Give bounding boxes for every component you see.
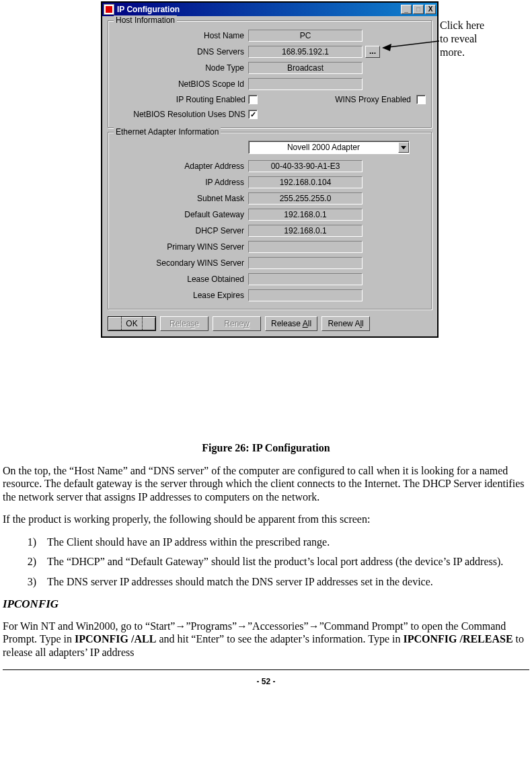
numbered-list: The Client should have an IP address wit… xyxy=(3,536,529,589)
chevron-down-icon[interactable] xyxy=(398,142,409,153)
minimize-button[interactable]: _ xyxy=(401,5,412,14)
netbios-scope-field xyxy=(248,78,363,90)
wins-proxy-label: WINS Proxy Enabled xyxy=(258,95,414,104)
renew-all-button[interactable]: Renew All xyxy=(321,316,370,331)
wins-proxy-checkbox[interactable] xyxy=(416,95,426,104)
paragraph-1: On the top, the “Host Name” and “DNS ser… xyxy=(3,464,529,504)
callout-line3: more. xyxy=(440,46,484,59)
dns-servers-field: 168.95.192.1 xyxy=(248,46,363,58)
ok-button[interactable]: OK xyxy=(108,316,156,331)
list-item: The “DHCP” and “Default Gateway” should … xyxy=(44,555,529,569)
ip-address-field: 192.168.0.104 xyxy=(248,176,363,188)
adapter-select[interactable]: Novell 2000 Adapter xyxy=(248,141,410,154)
dns-servers-label: DNS Servers xyxy=(114,47,248,57)
dns-more-button[interactable]: ... xyxy=(365,46,380,58)
host-info-legend: Host Information xyxy=(114,15,177,25)
netbios-dns-checkbox[interactable]: ✓ xyxy=(248,110,258,119)
screenshot-figure: IP Configuration _ □ X Host Information … xyxy=(0,0,532,1)
callout-text: Click here to reveal more. xyxy=(440,19,484,59)
paragraph-3: For Win NT and Win2000, go to “Start”→”P… xyxy=(3,620,529,659)
netbios-scope-label: NetBIOS Scope Id xyxy=(114,79,248,89)
primary-wins-field xyxy=(248,241,363,253)
ipconfig-heading: IPCONFIG xyxy=(3,597,529,612)
page-number: - 52 - xyxy=(3,677,529,694)
renew-button[interactable]: Renew xyxy=(213,316,261,331)
adapter-address-label: Adapter Address xyxy=(114,161,248,171)
callout-line2: to reveal xyxy=(440,32,484,46)
close-button[interactable]: X xyxy=(425,5,436,14)
node-type-field: Broadcast xyxy=(248,62,363,74)
button-bar: OK Release Renew Release All Renew All xyxy=(108,314,432,331)
ip-config-window: IP Configuration _ □ X Host Information … xyxy=(101,1,439,338)
divider xyxy=(3,669,529,670)
default-gateway-label: Default Gateway xyxy=(114,210,248,219)
paragraph-2: If the product is working properly, the … xyxy=(3,513,529,526)
lease-expires-label: Lease Expires xyxy=(114,291,248,300)
subnet-mask-field: 255.255.255.0 xyxy=(248,192,363,205)
adapter-address-field: 00-40-33-90-A1-E3 xyxy=(248,160,363,172)
lease-obtained-field xyxy=(248,273,363,285)
adapter-info-legend: Ethernet Adapter Information xyxy=(114,127,221,137)
ip-routing-checkbox[interactable] xyxy=(248,95,258,104)
release-button[interactable]: Release xyxy=(160,316,208,331)
ip-address-label: IP Address xyxy=(114,178,248,187)
lease-expires-field xyxy=(248,289,363,301)
maximize-button[interactable]: □ xyxy=(413,5,424,14)
window-title: IP Configuration xyxy=(117,5,180,14)
dhcp-server-label: DHCP Server xyxy=(114,226,248,235)
secondary-wins-label: Secondary WINS Server xyxy=(114,258,248,268)
subnet-mask-label: Subnet Mask xyxy=(114,194,248,203)
callout-line1: Click here xyxy=(440,19,484,32)
host-information-group: Host Information Host Name PC DNS Server… xyxy=(108,20,432,128)
node-type-label: Node Type xyxy=(114,63,248,73)
adapter-information-group: Ethernet Adapter Information Novell 2000… xyxy=(108,132,432,309)
list-item: The DNS server IP addresses should match… xyxy=(44,575,529,589)
figure-caption: Figure 26: IP Configuration xyxy=(3,441,529,455)
adapter-select-value: Novell 2000 Adapter xyxy=(249,143,398,152)
netbios-dns-label: NetBIOS Resolution Uses DNS xyxy=(114,110,248,119)
release-all-button[interactable]: Release All xyxy=(265,316,317,331)
app-icon xyxy=(104,4,114,15)
primary-wins-label: Primary WINS Server xyxy=(114,242,248,252)
titlebar[interactable]: IP Configuration _ □ X xyxy=(102,3,437,16)
lease-obtained-label: Lease Obtained xyxy=(114,275,248,284)
default-gateway-field: 192.168.0.1 xyxy=(248,209,363,221)
list-item: The Client should have an IP address wit… xyxy=(44,536,529,549)
host-name-label: Host Name xyxy=(114,31,248,40)
secondary-wins-field xyxy=(248,257,363,269)
dhcp-server-field: 192.168.0.1 xyxy=(248,225,363,237)
host-name-field: PC xyxy=(248,30,363,42)
ip-routing-label: IP Routing Enabled xyxy=(114,95,248,104)
